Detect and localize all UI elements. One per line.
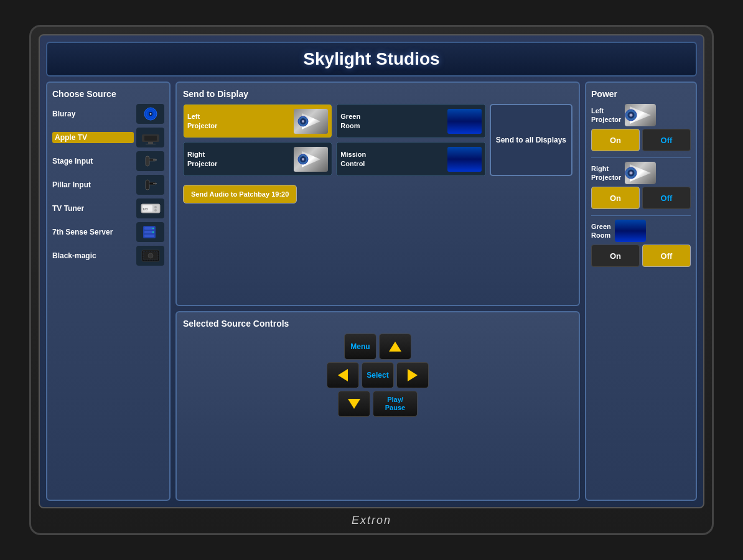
- right-button[interactable]: [396, 362, 429, 388]
- svg-rect-22: [144, 235, 154, 237]
- svg-point-23: [152, 228, 154, 229]
- display-grid: LeftProjector: [183, 104, 572, 176]
- display-btn-mission-control[interactable]: MissionControl: [336, 142, 485, 176]
- power-device-left-projector: LeftProjector: [591, 104, 691, 151]
- selected-source-controls-panel: Selected Source Controls Menu: [175, 311, 580, 501]
- display-thumb-left-projector: [294, 109, 328, 134]
- power-device-info-green-room: GreenRoom: [591, 220, 691, 242]
- up-button[interactable]: [379, 334, 411, 360]
- source-label-apple-tv: Apple TV: [52, 132, 134, 143]
- audio-patchbay-button[interactable]: Send Audio to Patchbay 19:20: [183, 185, 297, 203]
- source-item-apple-tv[interactable]: Apple TV: [52, 128, 164, 147]
- power-on-right-projector[interactable]: On: [591, 187, 640, 209]
- send-to-display-title: Send to Display: [183, 89, 572, 99]
- svg-rect-8: [146, 156, 149, 166]
- source-icon-tv-tuner: 123: [136, 198, 164, 218]
- send-to-display-panel: Send to Display LeftProjector: [175, 82, 580, 306]
- source-item-pillar-input[interactable]: Pillar Input: [52, 175, 164, 195]
- svg-point-24: [152, 231, 154, 233]
- svg-rect-5: [144, 136, 157, 141]
- source-item-7th-sense[interactable]: 7th Sense Server: [52, 222, 164, 242]
- power-thumb-left-projector: [625, 104, 656, 126]
- display-thumb-right-projector: [294, 147, 328, 172]
- power-off-green-room[interactable]: Off: [642, 245, 691, 267]
- svg-point-39: [630, 114, 633, 117]
- source-item-stage-input[interactable]: Stage Input: [52, 151, 164, 171]
- svg-text:123: 123: [143, 207, 148, 211]
- menu-button[interactable]: Menu: [344, 334, 376, 360]
- center-panels: Send to Display LeftProjector: [175, 82, 580, 501]
- source-label-bluray: Bluray: [52, 108, 134, 119]
- left-button[interactable]: [327, 362, 359, 388]
- source-label-7th-sense: 7th Sense Server: [52, 226, 134, 238]
- power-panel: Power LeftProjector: [585, 82, 697, 501]
- main-content: Choose Source Bluray Appl: [46, 82, 697, 501]
- svg-point-17: [154, 206, 157, 208]
- power-on-left-projector[interactable]: On: [591, 129, 640, 151]
- source-item-tv-tuner[interactable]: TV Tuner 123: [52, 198, 164, 218]
- power-title: Power: [591, 89, 691, 99]
- power-on-green-room[interactable]: On: [591, 245, 640, 267]
- tv-bottom: Extron: [31, 509, 712, 527]
- source-icon-apple-tv: [136, 128, 164, 147]
- power-device-label-left-projector: LeftProjector: [591, 106, 621, 124]
- power-device-info-left-projector: LeftProjector: [591, 104, 691, 126]
- power-device-label-right-projector: RightProjector: [591, 164, 621, 182]
- power-buttons-right-projector: On Off: [591, 187, 691, 209]
- display-btn-right-projector[interactable]: RightProjector: [183, 142, 332, 176]
- power-device-info-right-projector: RightProjector: [591, 162, 691, 184]
- ctrl-row-1: Menu: [344, 334, 411, 360]
- display-thumb-green-room: [447, 109, 482, 134]
- power-thumb-green-room: [615, 220, 646, 242]
- left-arrow-icon: [338, 369, 348, 381]
- power-device-green-room: GreenRoom On Off: [591, 220, 691, 267]
- send-all-displays-button[interactable]: Send to all Displays: [490, 104, 572, 176]
- selected-source-controls-title: Selected Source Controls: [183, 319, 572, 329]
- source-item-bluray[interactable]: Bluray: [52, 104, 164, 124]
- svg-rect-7: [146, 144, 156, 144]
- svg-rect-6: [148, 142, 153, 144]
- source-icon-blackmagic: [136, 246, 164, 266]
- choose-source-panel: Choose Source Bluray Appl: [46, 82, 171, 501]
- source-icon-bluray: [136, 104, 164, 124]
- svg-point-43: [630, 172, 633, 175]
- display-btn-label-mission-control: MissionControl: [340, 150, 366, 168]
- up-arrow-icon: [389, 342, 401, 352]
- page-title: Skylight Studios: [54, 49, 689, 69]
- svg-point-27: [148, 253, 153, 258]
- power-off-left-projector[interactable]: Off: [642, 129, 691, 151]
- title-bar: Skylight Studios: [46, 42, 697, 77]
- display-thumb-mission-control: [447, 147, 482, 172]
- power-buttons-left-projector: On Off: [591, 129, 691, 151]
- source-label-tv-tuner: TV Tuner: [52, 203, 134, 214]
- source-icon-pillar-input: [136, 175, 164, 195]
- divider-2: [591, 215, 691, 216]
- select-button[interactable]: Select: [362, 362, 394, 388]
- down-button[interactable]: [338, 391, 370, 417]
- tv-screen: Skylight Studios Choose Source Bluray: [39, 34, 704, 508]
- display-btn-label-right-projector: RightProjector: [187, 150, 217, 168]
- right-arrow-icon: [408, 369, 418, 381]
- svg-point-31: [302, 120, 304, 123]
- source-label-stage-input: Stage Input: [52, 156, 134, 167]
- divider-1: [591, 157, 691, 158]
- power-buttons-green-room: On Off: [591, 245, 691, 267]
- tv-outer: Skylight Studios Choose Source Bluray: [29, 25, 714, 535]
- play-pause-button[interactable]: Play/Pause: [373, 391, 418, 417]
- power-off-right-projector[interactable]: Off: [642, 187, 691, 209]
- display-btn-left-projector[interactable]: LeftProjector: [183, 104, 332, 138]
- power-device-label-green-room: GreenRoom: [591, 222, 611, 240]
- svg-point-2: [149, 113, 151, 115]
- controls-grid: Menu Select: [183, 334, 572, 417]
- display-btn-label-green-room: GreenRoom: [340, 112, 360, 130]
- ctrl-row-2: Select: [327, 362, 429, 388]
- source-icon-7th-sense: [136, 222, 164, 242]
- choose-source-title: Choose Source: [52, 89, 164, 99]
- power-device-right-projector: RightProjector: [591, 162, 691, 209]
- source-item-blackmagic[interactable]: Black-magic: [52, 246, 164, 266]
- svg-point-35: [302, 158, 304, 161]
- tv-brand: Extron: [352, 514, 391, 527]
- svg-rect-11: [146, 180, 149, 190]
- down-arrow-icon: [348, 399, 360, 409]
- display-btn-green-room[interactable]: GreenRoom: [336, 104, 485, 138]
